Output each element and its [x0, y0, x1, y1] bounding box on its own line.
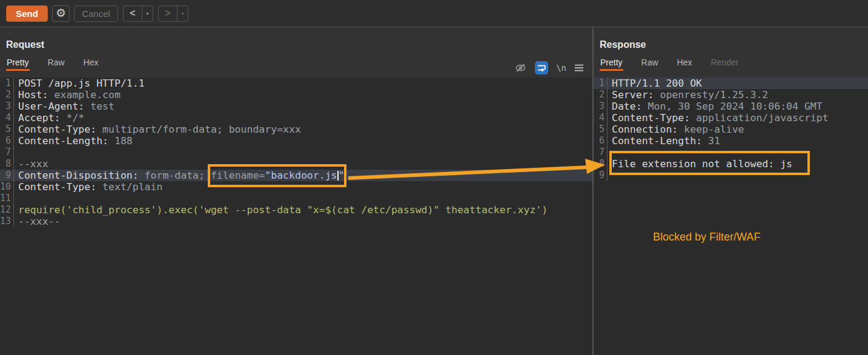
- tab-hex[interactable]: Hex: [83, 55, 99, 71]
- cancel-button[interactable]: Cancel: [74, 5, 118, 22]
- response-line-6[interactable]: 6Content-Length: 31: [594, 135, 868, 147]
- back-arrow-icon[interactable]: <: [124, 6, 142, 21]
- code-segment: "backdoor.js: [265, 170, 337, 181]
- response-line-4[interactable]: 4Content-Type: application/javascript: [594, 112, 868, 124]
- line-number: 9: [594, 170, 608, 181]
- request-line-text: Accept: */*: [14, 112, 84, 124]
- line-number: 9: [0, 170, 14, 181]
- response-line-7[interactable]: 7: [594, 147, 868, 158]
- blocked-note: Blocked by Filter/WAF: [653, 231, 760, 244]
- request-line-9[interactable]: 9Content-Disposition: form-data; filenam…: [0, 170, 592, 181]
- tab-raw[interactable]: Raw: [47, 55, 65, 71]
- code-segment: form-data;: [139, 170, 211, 181]
- tab-pretty[interactable]: Pretty: [600, 55, 623, 71]
- line-number: 7: [594, 147, 608, 158]
- request-line-6[interactable]: 6Content-Length: 188: [0, 135, 592, 147]
- tab-pretty[interactable]: Pretty: [6, 55, 30, 71]
- code-segment: 31: [702, 135, 720, 147]
- send-button[interactable]: Send: [6, 5, 48, 22]
- code-segment: text/plain: [96, 181, 162, 193]
- request-line-12[interactable]: 12require('child_process').exec('wget --…: [0, 204, 592, 216]
- response-line-text: File extension not allowed: js: [608, 158, 792, 170]
- forward-dropdown-icon: ▼: [177, 6, 188, 21]
- response-tabs: PrettyRawHexRender: [600, 55, 868, 71]
- request-line-13[interactable]: 13--xxx--: [0, 216, 592, 227]
- code-segment: application/javascript: [690, 112, 828, 124]
- response-line-8[interactable]: 8File extension not allowed: js: [594, 158, 868, 170]
- filename-highlight-box: filename="backdoor.js": [211, 170, 345, 181]
- newline-chars-icon[interactable]: \n: [556, 63, 566, 73]
- tab-raw[interactable]: Raw: [641, 55, 659, 71]
- code-segment: Content-Type:: [612, 112, 690, 124]
- request-line-3[interactable]: 3User-Agent: test: [0, 101, 592, 112]
- request-line-text: Content-Disposition: form-data; filename…: [14, 170, 344, 181]
- code-segment: multipart/form-data; boundary=xxx: [96, 124, 301, 135]
- response-line-3[interactable]: 3Date: Mon, 30 Sep 2024 10:06:04 GMT: [594, 101, 868, 112]
- history-back-button[interactable]: < ▼: [123, 5, 153, 22]
- eye-slash-icon[interactable]: [514, 62, 527, 74]
- response-line-1[interactable]: 1HTTP/1.1 200 OK: [594, 78, 868, 89]
- request-line-text: Host: example.com: [14, 89, 121, 101]
- line-number: 4: [594, 112, 608, 124]
- line-number: 12: [0, 204, 14, 216]
- request-line-8[interactable]: 8--xxx: [0, 158, 592, 170]
- code-segment: Connection:: [612, 124, 678, 135]
- request-title: Request: [6, 39, 592, 50]
- code-segment: Date:: [612, 101, 642, 112]
- request-line-text: User-Agent: test: [14, 101, 114, 112]
- request-line-text: POST /app.js HTTP/1.1: [14, 78, 145, 89]
- response-editor[interactable]: 1HTTP/1.1 200 OK2Server: openresty/1.25.…: [594, 78, 868, 355]
- request-line-text: Content-Type: multipart/form-data; bound…: [14, 124, 301, 135]
- code-segment: filename=: [211, 170, 265, 181]
- request-line-11[interactable]: 11: [0, 193, 592, 204]
- tab-hex[interactable]: Hex: [677, 55, 693, 71]
- code-segment: example.com: [48, 89, 121, 101]
- request-line-text: --xxx: [14, 158, 48, 170]
- response-line-2[interactable]: 2Server: openresty/1.25.3.2: [594, 89, 868, 101]
- request-line-7[interactable]: 7: [0, 147, 592, 158]
- request-line-1[interactable]: 1POST /app.js HTTP/1.1: [0, 78, 592, 89]
- response-panel: Response PrettyRawHexRender 1HTTP/1.1 20…: [594, 27, 868, 355]
- request-tabs: PrettyRawHex: [6, 55, 592, 71]
- line-number: 4: [0, 112, 14, 124]
- code-segment: */*: [61, 112, 85, 124]
- code-segment: Mon, 30 Sep 2024 10:06:04 GMT: [642, 101, 823, 112]
- code-segment: Accept:: [18, 112, 61, 124]
- menu-icon[interactable]: [574, 64, 584, 72]
- response-line-9[interactable]: 9: [594, 170, 868, 181]
- history-forward-button[interactable]: > ▼: [158, 5, 188, 22]
- toolbar: Send ⚙ Cancel < ▼ > ▼: [0, 0, 868, 27]
- request-editor[interactable]: 1POST /app.js HTTP/1.12Host: example.com…: [0, 78, 592, 355]
- code-segment: Content-Disposition:: [18, 170, 139, 181]
- request-line-2[interactable]: 2Host: example.com: [0, 89, 592, 101]
- line-number: 2: [594, 89, 608, 101]
- code-segment: POST /app.js HTTP/1.1: [18, 78, 145, 89]
- line-number: 10: [0, 181, 14, 193]
- response-line-text: HTTP/1.1 200 OK: [608, 78, 702, 89]
- line-number: 13: [0, 216, 14, 227]
- wrap-lines-icon[interactable]: [535, 61, 548, 75]
- response-line-5[interactable]: 5Connection: keep-alive: [594, 124, 868, 135]
- line-number: 11: [0, 193, 14, 204]
- request-line-5[interactable]: 5Content-Type: multipart/form-data; boun…: [0, 124, 592, 135]
- line-number: 6: [0, 135, 14, 147]
- request-line-4[interactable]: 4Accept: */*: [0, 112, 592, 124]
- response-line-text: Content-Type: application/javascript: [608, 112, 829, 124]
- request-line-10[interactable]: 10Content-Type: text/plain: [0, 181, 592, 193]
- code-segment: 188: [108, 135, 133, 147]
- code-segment: Server:: [612, 89, 654, 101]
- code-segment: User-Agent:: [18, 101, 84, 112]
- gear-icon[interactable]: ⚙: [52, 5, 70, 22]
- response-line-text: [608, 170, 612, 181]
- request-response-split: Request PrettyRawHex: [0, 27, 868, 355]
- code-segment: Content-Type:: [18, 124, 96, 135]
- code-segment: Content-Type:: [18, 181, 96, 193]
- back-dropdown-icon[interactable]: ▼: [142, 6, 153, 21]
- line-number: 3: [0, 101, 14, 112]
- line-number: 7: [0, 147, 14, 158]
- request-line-text: --xxx--: [14, 216, 61, 227]
- code-segment: require('child_process').exec('wget --po…: [18, 204, 548, 216]
- code-segment: HTTP/1.1 200 OK: [612, 78, 702, 89]
- line-number: 5: [594, 124, 608, 135]
- tab-render: Render: [711, 55, 740, 71]
